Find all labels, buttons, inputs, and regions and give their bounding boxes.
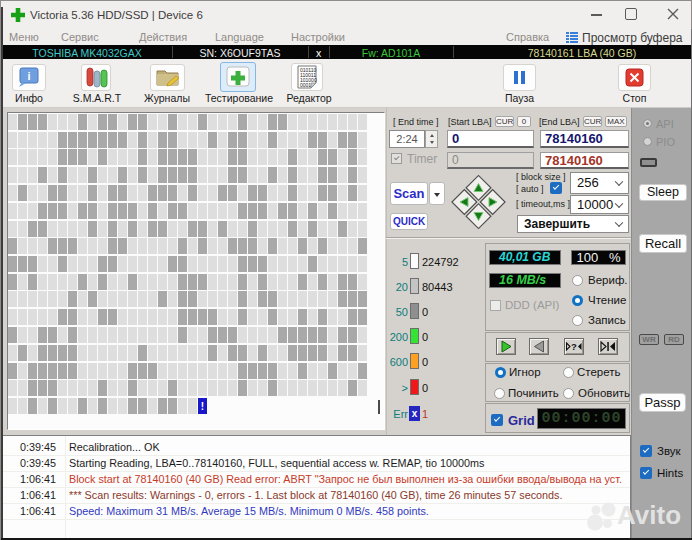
svg-text:0001: 0001	[300, 82, 311, 88]
svg-text:Avito: Avito	[617, 500, 681, 530]
svg-text:i: i	[27, 70, 30, 82]
svg-text:?: ?	[571, 341, 577, 352]
